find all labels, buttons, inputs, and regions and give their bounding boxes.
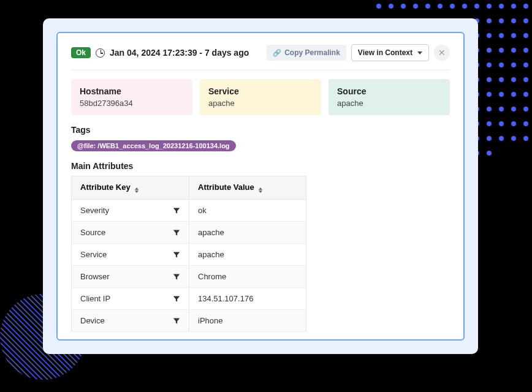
attributes-tbody: SeverityokSourceapacheServiceapacheBrows… [72, 200, 306, 332]
timestamp-text: Jan 04, 2024 17:23:39 - 7 days ago [110, 48, 249, 58]
attr-value: apache [189, 244, 306, 266]
view-in-context-button[interactable]: View in Context [351, 44, 429, 61]
table-row[interactable]: Sourceapache [72, 222, 306, 244]
close-button[interactable]: ✕ [434, 45, 450, 61]
link-icon: 🔗 [273, 49, 281, 57]
attr-value: iPhone [189, 310, 306, 332]
attr-key: Severity [80, 206, 109, 215]
table-row[interactable]: Client IP134.51.107.176 [72, 288, 306, 310]
col-header-key[interactable]: Attribute Key [72, 176, 189, 200]
table-row[interactable]: DeviceiPhone [72, 310, 306, 332]
sort-icon [135, 187, 139, 193]
attributes-table: Attribute Key Attribute Value Severityok… [71, 176, 306, 332]
attr-key: Client IP [80, 294, 110, 303]
source-label: Source [337, 86, 441, 96]
filter-icon[interactable] [173, 229, 180, 236]
filter-icon[interactable] [173, 295, 180, 303]
view-in-context-label: View in Context [358, 48, 412, 57]
attr-key: Source [80, 228, 105, 237]
tags-title: Tags [71, 125, 450, 135]
tag-pill[interactable]: @file: /WEB1_access_log_20231216-100134.… [71, 140, 236, 151]
hostname-card[interactable]: Hostname 58bd27396a34 [71, 79, 192, 115]
attr-key: Service [80, 250, 107, 259]
summary-cards: Hostname 58bd27396a34 Service apache Sou… [71, 79, 450, 115]
filter-icon[interactable] [173, 273, 180, 281]
attr-value: ok [189, 200, 306, 222]
filter-icon[interactable] [173, 207, 180, 214]
panel-header: Ok Jan 04, 2024 17:23:39 - 7 days ago 🔗 … [71, 44, 450, 70]
attr-key: Device [80, 316, 105, 325]
service-value: apache [208, 99, 313, 108]
status-badge: Ok [71, 47, 91, 58]
close-icon: ✕ [438, 48, 446, 58]
table-row[interactable]: BrowserChrome [72, 266, 306, 288]
attr-value: Chrome [189, 266, 306, 288]
outer-frame: Ok Jan 04, 2024 17:23:39 - 7 days ago 🔗 … [43, 18, 478, 354]
hostname-label: Hostname [80, 86, 184, 96]
attr-value: apache [189, 222, 306, 244]
attr-key: Browser [80, 272, 110, 281]
attributes-title: Main Attributes [71, 161, 450, 171]
copy-permalink-label: Copy Permalink [284, 48, 340, 57]
col-header-value[interactable]: Attribute Value [189, 176, 306, 200]
hostname-value: 58bd27396a34 [80, 99, 184, 108]
table-row[interactable]: Severityok [72, 200, 306, 222]
attr-value: 134.51.107.176 [189, 288, 306, 310]
service-label: Service [208, 86, 313, 96]
log-detail-panel: Ok Jan 04, 2024 17:23:39 - 7 days ago 🔗 … [56, 32, 465, 341]
source-card[interactable]: Source apache [329, 79, 450, 115]
chevron-down-icon [417, 51, 422, 55]
service-card[interactable]: Service apache [200, 79, 321, 115]
filter-icon[interactable] [173, 317, 180, 325]
clock-icon [96, 48, 105, 58]
sort-icon [259, 187, 262, 193]
source-value: apache [337, 99, 441, 108]
table-row[interactable]: Serviceapache [72, 244, 306, 266]
copy-permalink-button[interactable]: 🔗 Copy Permalink [267, 45, 346, 61]
filter-icon[interactable] [173, 251, 180, 258]
